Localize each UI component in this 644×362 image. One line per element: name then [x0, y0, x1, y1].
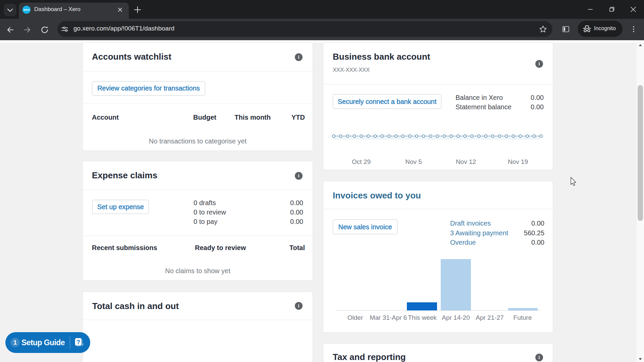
svg-text:?: ?	[76, 339, 80, 346]
